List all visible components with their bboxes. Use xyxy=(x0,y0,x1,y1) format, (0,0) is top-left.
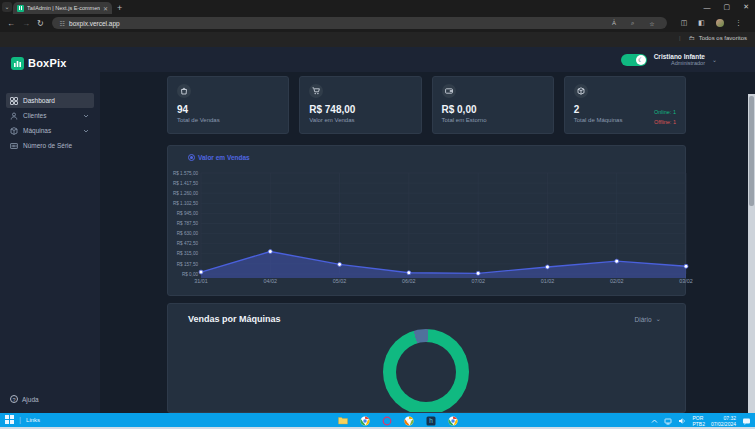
chrome3-icon[interactable] xyxy=(448,416,458,426)
donut-hole xyxy=(396,342,456,402)
main-area: ☾ Cristiano Infante Administrador ⌄ 94 T… xyxy=(100,47,755,413)
tab-title: TailAdmin | Next.js E-commerce xyxy=(27,5,100,11)
stat-value: R$ 748,00 xyxy=(309,104,411,115)
svg-text:05/02: 05/02 xyxy=(333,278,347,284)
scrollbar-thumb[interactable] xyxy=(749,96,754,206)
sidebar: BoxPix Dashboard Clientes Máquinas xyxy=(0,47,100,413)
notification-icon[interactable] xyxy=(742,417,751,426)
svg-text:R$ 630,00: R$ 630,00 xyxy=(177,231,199,236)
sidebar-item-clientes[interactable]: Clientes xyxy=(6,108,94,123)
dashboard-content: 94 Total de Vendas R$ 748,00 Valor em Ve… xyxy=(167,76,686,413)
svg-text:02/02: 02/02 xyxy=(610,278,624,284)
svg-text:31/01: 31/01 xyxy=(194,278,208,284)
svg-text:R$ 315,00: R$ 315,00 xyxy=(177,251,199,256)
site-info-icon[interactable]: ☷ xyxy=(60,20,65,27)
app-logo-text: BoxPix xyxy=(28,57,67,69)
chrome-icon[interactable] xyxy=(360,416,370,426)
svg-text:R$ 945,00: R$ 945,00 xyxy=(177,211,199,216)
dark-mode-toggle[interactable]: ☾ xyxy=(621,54,647,66)
tab-actions-button[interactable]: ⌄ xyxy=(2,2,12,12)
svg-text:h: h xyxy=(429,417,433,424)
serial-icon xyxy=(10,142,18,150)
chrome2-icon[interactable] xyxy=(404,416,414,426)
chart-legend[interactable]: Valor em Vendas xyxy=(188,154,250,161)
sidebar-item-dashboard[interactable]: Dashboard xyxy=(6,93,94,108)
new-tab-button[interactable]: + xyxy=(117,3,122,13)
legend-dot-icon xyxy=(188,154,195,161)
page-viewport: BoxPix Dashboard Clientes Máquinas xyxy=(0,47,755,413)
svg-text:R$ 1.102,50: R$ 1.102,50 xyxy=(173,201,198,206)
app-logo[interactable]: BoxPix xyxy=(0,47,100,72)
sidebar-item-numero-serie[interactable]: Número de Série xyxy=(6,138,94,153)
tab-close-icon[interactable]: ✕ xyxy=(103,5,108,12)
browser-menu-icon[interactable]: ⋮ xyxy=(735,19,742,27)
box-icon xyxy=(574,84,588,98)
bag-icon xyxy=(177,84,191,98)
language-indicator[interactable]: POR PTB2 xyxy=(692,415,705,427)
boxpix-logo-icon xyxy=(11,57,24,70)
stat-card-total-estorno: R$ 0,00 Total em Estorno xyxy=(432,76,554,134)
user-chevron-icon[interactable]: ⌄ xyxy=(712,56,717,63)
wallet-icon xyxy=(442,84,456,98)
svg-text:R$ 472,50: R$ 472,50 xyxy=(177,241,199,246)
stat-label: Valor em Vendas xyxy=(309,117,411,123)
stat-card-total-vendas: 94 Total de Vendas xyxy=(167,76,289,134)
read-aloud-icon[interactable]: A̓ xyxy=(612,20,616,27)
clock[interactable]: 07:32 07/02/2024 xyxy=(711,415,736,428)
svg-text:R$ 787,50: R$ 787,50 xyxy=(177,221,199,226)
cart-icon xyxy=(309,84,323,98)
window-close-button[interactable]: ✕ xyxy=(743,3,749,11)
chevron-down-icon: ⌄ xyxy=(656,315,661,323)
favorites-bar: | 🗀 Todos os favoritos xyxy=(0,32,755,47)
tab-favicon-icon xyxy=(17,5,24,12)
stat-value: R$ 0,00 xyxy=(442,104,544,115)
address-bar: ← → ↻ ☷ boxpix.vercel.app A̓ ⌕ ☆ ◫ ◧ ⋮ xyxy=(0,14,755,32)
page-scrollbar[interactable] xyxy=(748,94,755,429)
svg-text:R$ 157,50: R$ 157,50 xyxy=(177,262,199,267)
svg-text:04/02: 04/02 xyxy=(264,278,278,284)
grid-icon xyxy=(10,97,18,105)
extensions-icon[interactable]: ◫ xyxy=(681,19,688,27)
refresh-button[interactable]: ↻ xyxy=(37,19,44,28)
tray-expand-icon[interactable] xyxy=(651,418,658,425)
browser-tab[interactable]: TailAdmin | Next.js E-commerce ✕ xyxy=(13,2,112,14)
stat-card-total-maquinas: 2 Total de Máquinas Online: 1 Offline: 1 xyxy=(564,76,686,134)
forward-button[interactable]: → xyxy=(22,19,30,28)
explorer-icon[interactable] xyxy=(338,416,348,425)
vendas-maquinas-card: Vendas por Máquinas Diário ⌄ xyxy=(167,303,686,413)
links-toolbar[interactable]: Links xyxy=(26,417,40,423)
period-filter-dropdown[interactable]: Diário ⌄ xyxy=(635,315,661,323)
start-button[interactable] xyxy=(5,415,14,424)
favorite-star-icon[interactable]: ☆ xyxy=(649,20,654,27)
browser-profile-avatar[interactable] xyxy=(716,19,724,27)
sidebar-menu: Dashboard Clientes Máquinas Número de Sé… xyxy=(0,93,100,153)
volume-icon[interactable] xyxy=(678,417,686,425)
sales-chart-card: Valor em Vendas R$ 0,00R$ 157,50R$ 315,0… xyxy=(167,145,686,296)
ring-icon[interactable] xyxy=(382,416,392,426)
chevron-down-icon xyxy=(83,113,89,119)
split-screen-icon[interactable]: ◧ xyxy=(698,19,705,27)
tab-strip: ⌄ TailAdmin | Next.js E-commerce ✕ + — ▢… xyxy=(0,0,755,14)
back-button[interactable]: ← xyxy=(7,19,15,28)
stat-card-valor-vendas: R$ 748,00 Valor em Vendas xyxy=(299,76,421,134)
window-maximize-button[interactable]: ▢ xyxy=(724,3,731,11)
all-favorites-button[interactable]: | 🗀 Todos os favoritos xyxy=(679,35,747,41)
svg-text:07/02: 07/02 xyxy=(471,278,485,284)
window-minimize-button[interactable]: — xyxy=(704,4,711,11)
n-app-icon[interactable]: h xyxy=(426,416,436,426)
sidebar-item-maquinas[interactable]: Máquinas xyxy=(6,123,94,138)
stat-label: Total em Estorno xyxy=(442,117,544,123)
browser-window: ⌄ TailAdmin | Next.js E-commerce ✕ + — ▢… xyxy=(0,0,755,429)
user-info[interactable]: Cristiano Infante Administrador xyxy=(654,53,705,66)
sidebar-item-ajuda[interactable]: ? Ajuda xyxy=(10,395,39,403)
svg-text:R$ 1.417,50: R$ 1.417,50 xyxy=(173,181,198,186)
search-icon[interactable]: ⌕ xyxy=(631,20,634,27)
svg-text:R$ 1.575,00: R$ 1.575,00 xyxy=(173,171,198,176)
svg-text:06/02: 06/02 xyxy=(402,278,416,284)
user-role: Administrador xyxy=(654,60,705,66)
stat-value: 94 xyxy=(177,104,279,115)
chevron-down-icon xyxy=(83,128,89,134)
url-input[interactable]: ☷ boxpix.vercel.app A̓ ⌕ ☆ xyxy=(52,17,667,29)
network-icon[interactable] xyxy=(664,418,672,425)
stat-cards-row: 94 Total de Vendas R$ 748,00 Valor em Ve… xyxy=(167,76,686,134)
